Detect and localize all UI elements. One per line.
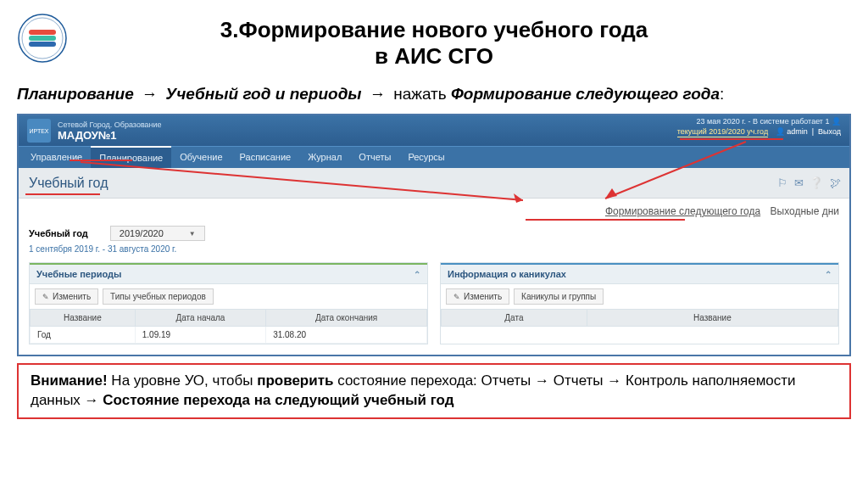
app-subtitle: Сетевой Город. Образование xyxy=(58,120,162,129)
menu-obuchenie[interactable]: Обучение xyxy=(171,147,231,168)
col-start: Дата начала xyxy=(135,310,265,327)
app-name: МАДОУ№1 xyxy=(58,129,162,142)
link-weekends[interactable]: Выходные дни xyxy=(771,205,840,217)
app-logo-icon: ИРТЕХ xyxy=(27,119,51,143)
highlight-underline-year xyxy=(680,138,783,140)
slide-logo-icon xyxy=(17,13,68,64)
user-icon: 👤 xyxy=(776,127,785,136)
date-info: 23 мая 2020 г. - В системе работает 1 👤 xyxy=(677,117,841,126)
panel2-header[interactable]: Информация о каникулах ⌃ xyxy=(441,263,838,284)
col-date: Дата xyxy=(442,310,587,327)
highlight-underline-menu xyxy=(70,160,132,161)
panel1-header[interactable]: Учебные периоды ⌃ xyxy=(30,263,427,284)
app-topbar: ИРТЕХ Сетевой Город. Образование МАДОУ№1… xyxy=(19,115,849,146)
people-icon: 👤 xyxy=(832,117,841,126)
col-end: Дата окончания xyxy=(266,310,427,327)
slide-title: 3.Формирование нового учебного года в АИ… xyxy=(51,17,817,70)
year-label: Учебный год xyxy=(29,228,88,238)
col-name: Название xyxy=(31,310,136,327)
holidays-table: Дата Название xyxy=(441,309,838,327)
logout-link[interactable]: Выход xyxy=(818,127,841,136)
mail-icon[interactable]: ✉ xyxy=(794,176,804,189)
menu-planirovanie[interactable]: Планирование xyxy=(91,146,171,168)
periods-table: Название Дата начала Дата окончания Год … xyxy=(30,309,427,344)
breadcrumb-instruction: Планирование → Учебный год и периоды → н… xyxy=(0,78,868,110)
highlight-underline-link xyxy=(526,219,685,221)
attention-box: Внимание! На уровне УО, чтобы проверить … xyxy=(17,363,851,419)
menu-raspisanie[interactable]: Расписание xyxy=(231,147,300,168)
btn-edit-holidays[interactable]: ✎ Изменить xyxy=(446,288,509,305)
section-bar: Учебный год ⚐ ✉ ❔ 🕊 xyxy=(19,168,849,199)
panel-uchebnye-periody: Учебные периоды ⌃ ✎ Изменить Типы учебны… xyxy=(29,262,428,344)
current-year-indicator[interactable]: текущий 2019/2020 уч.год xyxy=(677,127,768,137)
flag-icon[interactable]: ⚐ xyxy=(777,176,787,189)
highlight-underline-section xyxy=(25,193,100,195)
section-title: Учебный год xyxy=(29,176,108,191)
section-icons: ⚐ ✉ ❔ 🕊 xyxy=(774,176,841,189)
menu-resursy[interactable]: Ресурсы xyxy=(399,147,453,168)
btn-period-types[interactable]: Типы учебных периодов xyxy=(103,288,214,305)
menu-upravlenie[interactable]: Управление xyxy=(22,147,91,168)
app-menu: Управление Планирование Обучение Расписа… xyxy=(19,146,849,168)
pencil-icon: ✎ xyxy=(453,293,460,301)
col-hname: Название xyxy=(587,310,837,327)
year-select[interactable]: 2019/2020 xyxy=(110,226,205,241)
bird-icon[interactable]: 🕊 xyxy=(830,176,841,189)
table-row: Год 1.09.19 31.08.20 xyxy=(31,327,427,344)
chevron-up-icon: ⌃ xyxy=(825,270,832,279)
user-name[interactable]: admin xyxy=(787,127,808,136)
btn-holiday-groups[interactable]: Каникулы и группы xyxy=(514,288,604,305)
chevron-up-icon: ⌃ xyxy=(414,270,420,279)
panel-info-kanikuly: Информация о каникулах ⌃ ✎ Изменить Кани… xyxy=(440,262,839,344)
menu-jurnal[interactable]: Журнал xyxy=(299,147,350,168)
app-screenshot: ИРТЕХ Сетевой Город. Образование МАДОУ№1… xyxy=(17,114,851,356)
btn-edit-periods[interactable]: ✎ Изменить xyxy=(35,288,98,305)
menu-otchety[interactable]: Отчеты xyxy=(350,147,399,168)
help-icon[interactable]: ❔ xyxy=(810,176,823,189)
link-form-next-year[interactable]: Формирование следующего года xyxy=(605,205,760,217)
pencil-icon: ✎ xyxy=(42,293,49,301)
year-dates: 1 сентября 2019 г. - 31 августа 2020 г. xyxy=(29,244,839,254)
